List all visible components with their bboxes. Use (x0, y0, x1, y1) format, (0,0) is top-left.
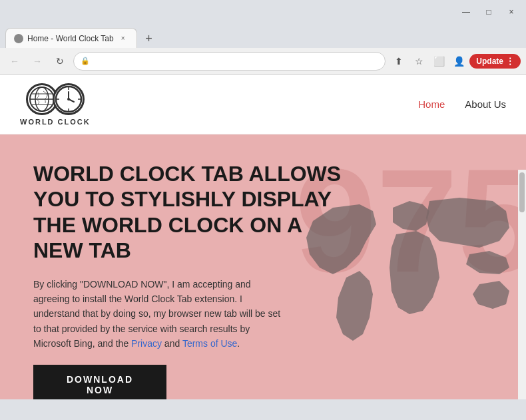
tab-bar: Home - World Clock Tab × + (0, 24, 526, 48)
address-bar[interactable]: 🔒 (73, 52, 386, 71)
window-controls: — □ × (457, 3, 521, 21)
scrollbar[interactable] (518, 170, 526, 399)
nav-link-about[interactable]: About Us (465, 99, 506, 110)
logo-text: WORLD CLOCK (20, 118, 91, 126)
hero-title: WORLD CLOCK TAB ALLOWS YOU TO STYLISHLY … (33, 161, 353, 264)
toolbar-actions: ⬆ ☆ ⬜ 👤 Update ⋮ (390, 52, 521, 71)
tab-favicon (14, 34, 23, 43)
logo-icons (26, 83, 85, 115)
svg-point-8 (67, 98, 70, 101)
update-button[interactable]: Update ⋮ (469, 54, 521, 69)
tab-title: Home - World Clock Tab (27, 34, 114, 43)
forward-button[interactable]: → (28, 52, 47, 71)
bookmark-icon[interactable]: ☆ (409, 52, 428, 71)
extension-icon[interactable]: ⬜ (429, 52, 448, 71)
share-icon[interactable]: ⬆ (390, 52, 408, 71)
reload-button[interactable]: ↻ (51, 52, 69, 71)
active-tab[interactable]: Home - World Clock Tab × (5, 28, 137, 48)
new-tab-button[interactable]: + (140, 29, 158, 48)
tab-close-button[interactable]: × (118, 33, 129, 44)
terms-link[interactable]: Terms of Use (182, 338, 237, 349)
scrollbar-thumb[interactable] (519, 172, 525, 212)
site-logo: WORLD CLOCK (20, 83, 91, 126)
back-button[interactable]: ← (5, 52, 24, 71)
close-button[interactable]: × (502, 3, 521, 21)
minimize-button[interactable]: — (457, 3, 475, 21)
clock-icon (53, 83, 85, 115)
privacy-link[interactable]: Privacy (131, 338, 162, 349)
hero-body: By clicking "DOWNLOAD NOW", I am accepti… (33, 277, 286, 351)
maximize-button[interactable]: □ (479, 3, 498, 21)
address-bar-row: ← → ↻ 🔒 ⬆ ☆ ⬜ 👤 Update ⋮ (0, 48, 526, 75)
browser-chrome: — □ × Home - World Clock Tab × + ← → ↻ 🔒… (0, 0, 526, 75)
download-button[interactable]: DOWNLOAD NOW (33, 365, 166, 399)
site-navbar: WORLD CLOCK Home About Us (0, 75, 526, 134)
hero-section: 975 WORLD CLOCK TAB ALLOWS YOU TO STYLI (0, 134, 526, 399)
lock-icon: 🔒 (81, 57, 90, 65)
site-nav-links: Home About Us (418, 99, 506, 110)
title-bar: — □ × (0, 0, 526, 24)
profile-icon[interactable]: 👤 (449, 52, 468, 71)
nav-link-home[interactable]: Home (418, 99, 445, 110)
webpage: WORLD CLOCK Home About Us 975 (0, 75, 526, 399)
